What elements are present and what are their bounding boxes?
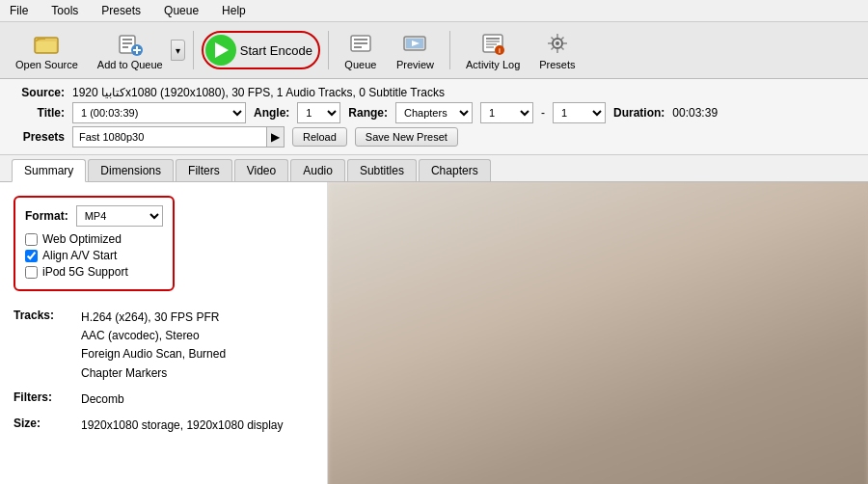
toolbar-separator-3 [449, 31, 450, 69]
size-value: 1920x1080 storage, 1920x1080 display [81, 417, 284, 435]
tab-dimensions[interactable]: Dimensions [88, 159, 174, 181]
open-source-button[interactable]: Open Source [8, 26, 86, 74]
preview-panel [328, 182, 868, 484]
source-row: Source: كتابيا 1920x1080 (1920x1080), 30… [12, 86, 856, 99]
source-value: كتابيا 1920x1080 (1920x1080), 30 FPS, 1 … [72, 86, 445, 99]
range-from-select[interactable]: 1 [480, 102, 533, 123]
main-content: Format: MP4 Web Optimized Align A/V Star… [0, 182, 868, 484]
track-line-2: AAC (avcodec), Stereo [81, 327, 226, 345]
add-to-queue-dropdown[interactable]: ▾ [171, 40, 185, 61]
web-optimized-label: Web Optimized [42, 232, 122, 246]
menu-file[interactable]: File [4, 2, 34, 19]
range-type-select[interactable]: Chapters [395, 102, 473, 123]
track-line-3: Foreign Audio Scan, Burned [81, 345, 226, 363]
menu-help[interactable]: Help [216, 2, 252, 19]
menu-tools[interactable]: Tools [45, 2, 84, 19]
add-to-queue-label: Add to Queue [97, 59, 163, 70]
size-label: Size: [14, 417, 71, 432]
svg-rect-1 [37, 41, 56, 52]
queue-icon [347, 30, 374, 57]
reload-button[interactable]: Reload [292, 127, 347, 147]
size-section-row: Size: 1920x1080 storage, 1920x1080 displ… [14, 417, 313, 435]
left-panel: Format: MP4 Web Optimized Align A/V Star… [0, 182, 328, 484]
toolbar-separator-1 [193, 31, 194, 69]
tab-subtitles[interactable]: Subtitles [347, 159, 417, 181]
format-section: Format: MP4 Web Optimized Align A/V Star… [14, 196, 175, 291]
play-triangle-icon [215, 42, 229, 58]
queue-button[interactable]: Queue [337, 26, 385, 74]
title-select[interactable]: 1 (00:03:39) [72, 102, 246, 123]
ipod-support-checkbox[interactable] [25, 266, 38, 279]
align-av-row: Align A/V Start [25, 249, 163, 262]
tab-filters[interactable]: Filters [176, 159, 232, 181]
range-label: Range: [348, 106, 388, 120]
web-optimized-row: Web Optimized [25, 232, 163, 246]
presets-toolbar-button[interactable]: Presets [531, 26, 583, 74]
tab-video[interactable]: Video [234, 159, 288, 181]
open-source-icon [33, 30, 60, 57]
duration-value: 00:03:39 [672, 106, 718, 120]
preview-button[interactable]: Preview [389, 26, 442, 74]
toolbar: Open Source Add to Queue ▾ Start Encode [0, 22, 868, 79]
preset-input[interactable] [73, 127, 266, 147]
activity-log-icon: i [479, 30, 506, 57]
source-label: Source: [12, 86, 65, 99]
tracks-section-row: Tracks: H.264 (x264), 30 FPS PFR AAC (av… [14, 309, 313, 383]
add-to-queue-button[interactable]: Add to Queue [90, 26, 171, 74]
activity-log-button[interactable]: i Activity Log [458, 26, 528, 74]
start-encode-label: Start Encode [240, 43, 312, 58]
presets-label: Presets [539, 59, 575, 70]
menu-presets[interactable]: Presets [95, 2, 147, 19]
title-row: Title: 1 (00:03:39) Angle: 1 Range: Chap… [12, 102, 856, 123]
align-av-checkbox[interactable] [25, 250, 38, 262]
save-new-preset-button[interactable]: Save New Preset [355, 127, 458, 147]
menubar: File Tools Presets Queue Help [0, 0, 868, 22]
tab-summary[interactable]: Summary [12, 159, 86, 182]
tab-chapters[interactable]: Chapters [419, 159, 491, 181]
preview-icon [401, 30, 428, 57]
tracks-label: Tracks: [14, 309, 71, 380]
filters-label: Filters: [14, 390, 71, 406]
tabs: Summary Dimensions Filters Video Audio S… [0, 155, 868, 182]
info-area: Source: كتابيا 1920x1080 (1920x1080), 30… [0, 79, 868, 155]
track-line-1: H.264 (x264), 30 FPS PFR [81, 309, 226, 327]
tab-audio[interactable]: Audio [290, 159, 345, 181]
format-select[interactable]: MP4 [76, 205, 163, 227]
activity-log-label: Activity Log [466, 59, 520, 70]
tracks-content: H.264 (x264), 30 FPS PFR AAC (avcodec), … [81, 309, 226, 383]
align-av-label: Align A/V Start [42, 249, 117, 262]
preset-container: ▶ [72, 126, 285, 148]
presets-row: Presets ▶ Reload Save New Preset [12, 126, 856, 148]
duration-label: Duration: [613, 106, 665, 120]
ipod-support-row: iPod 5G Support [25, 265, 163, 279]
open-source-label: Open Source [15, 59, 78, 70]
angle-select[interactable]: 1 [297, 102, 340, 123]
play-circle-icon [205, 35, 236, 66]
title-label: Title: [12, 106, 65, 120]
format-row: Format: MP4 [25, 205, 163, 227]
angle-label: Angle: [254, 106, 289, 120]
presets-label-text: Presets [12, 130, 65, 144]
web-optimized-checkbox[interactable] [25, 233, 38, 246]
ipod-support-label: iPod 5G Support [42, 265, 128, 279]
preset-arrow[interactable]: ▶ [266, 127, 284, 147]
preview-image [328, 182, 868, 484]
add-to-queue-icon [117, 30, 144, 57]
preview-label: Preview [396, 59, 434, 70]
queue-label: Queue [344, 59, 376, 70]
format-section-row: Format: MP4 Web Optimized Align A/V Star… [14, 196, 313, 303]
svg-text:i: i [499, 47, 501, 54]
svg-point-24 [556, 41, 559, 45]
format-label: Format: [25, 209, 68, 223]
range-to-select[interactable]: 1 [553, 102, 606, 123]
range-dash: - [541, 106, 545, 120]
presets-icon [544, 30, 571, 57]
filters-section-row: Filters: Decomb [14, 390, 313, 409]
track-line-4: Chapter Markers [81, 364, 226, 383]
start-encode-button[interactable]: Start Encode [202, 31, 320, 69]
filters-value: Decomb [81, 390, 124, 409]
menu-queue[interactable]: Queue [158, 2, 204, 19]
toolbar-separator-2 [328, 31, 329, 69]
